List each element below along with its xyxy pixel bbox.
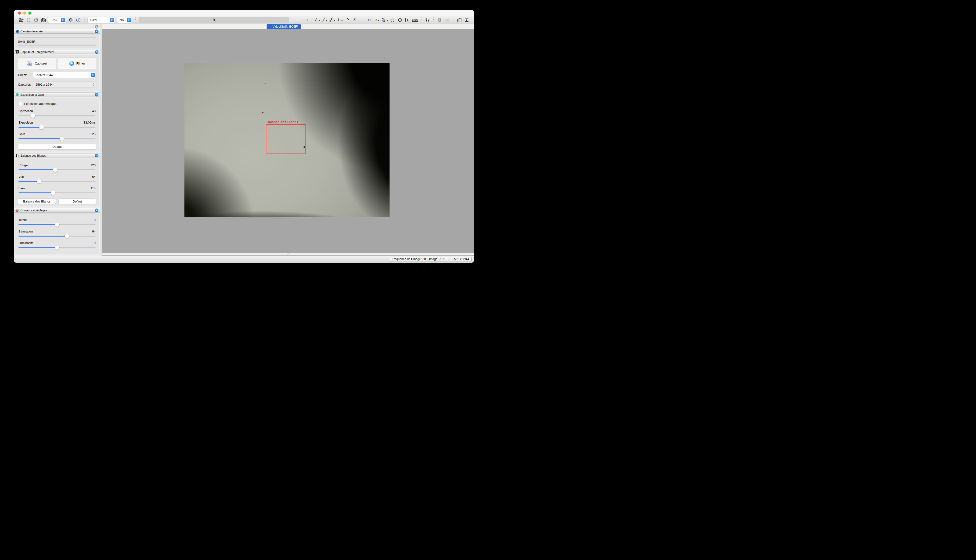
video-view-area: × Vidéo[Swift_EC5R] Balance des Blancs: [102, 24, 474, 255]
angle-tool-button[interactable]: ∠: [314, 17, 320, 23]
camera-list-panel: Swift_EC5R: [15, 35, 99, 48]
point-tool-button[interactable]: •: [295, 17, 301, 23]
vert-slider[interactable]: [18, 179, 95, 184]
arrow-tool-button[interactable]: ↑: [305, 17, 311, 23]
cursor-tool-button[interactable]: [139, 17, 289, 23]
stepper-icon: [61, 18, 65, 22]
record-video-button[interactable]: Filmer: [58, 58, 96, 69]
section-header-colors[interactable]: Couleurs et réglages: [14, 208, 100, 213]
live-video-frame[interactable]: Balance des Blancs: [184, 63, 389, 217]
rouge-slider[interactable]: [18, 167, 95, 172]
open-file-button[interactable]: [18, 17, 24, 23]
text-tool-button[interactable]: T: [404, 17, 410, 23]
scalebar-tool-button[interactable]: 10um: [412, 17, 418, 23]
teinte-slider[interactable]: [18, 222, 95, 227]
luminosite-slider[interactable]: [18, 245, 95, 250]
slider-thumb[interactable]: [60, 137, 64, 141]
collapse-sidebar-button[interactable]: [95, 25, 99, 28]
video-canvas[interactable]: Balance des Blancs: [102, 29, 474, 253]
dust-speck: [262, 112, 264, 113]
record-flash-button[interactable]: [33, 17, 39, 23]
exposition-slider[interactable]: [18, 125, 95, 130]
perpendicular-tool-button[interactable]: ⊥: [337, 17, 343, 23]
capture-button[interactable]: Capturer: [18, 58, 56, 69]
tab-strip: × Vidéo[Swift_EC5R]: [102, 24, 474, 29]
rectangle-tool-button[interactable]: □: [359, 17, 365, 23]
copy-image-button[interactable]: [456, 17, 462, 23]
toolbar-divider: [135, 18, 136, 22]
gain-slider[interactable]: [18, 136, 95, 141]
stepper-icon: [91, 73, 95, 77]
collapse-section-icon[interactable]: [95, 93, 99, 97]
correction-slider[interactable]: [18, 113, 95, 118]
slider-thumb[interactable]: [31, 113, 35, 118]
slider-thumb[interactable]: [65, 234, 69, 238]
section-header-camera[interactable]: Caméra détectée: [14, 29, 100, 33]
measurement-tools-button[interactable]: [424, 17, 430, 23]
collapse-section-icon[interactable]: [95, 208, 99, 212]
capture-camera-icon: [27, 61, 32, 66]
toolbar-divider: [453, 18, 453, 22]
collapse-section-icon[interactable]: [95, 154, 99, 157]
toolbar-divider: [433, 18, 434, 22]
unit-value: Pixel: [90, 18, 97, 22]
white-balance-button[interactable]: Balance des Blancs: [18, 199, 56, 204]
section-header-capture[interactable]: Capture et Enregistrement: [14, 50, 100, 54]
polygon-tool-button[interactable]: [397, 17, 403, 23]
white-balance-roi-rect[interactable]: Balance des Blancs: [266, 124, 306, 154]
layers-button[interactable]: [436, 17, 443, 23]
section-header-white-balance[interactable]: Balance des Blancs: [14, 153, 100, 158]
minimize-window-button[interactable]: [23, 12, 26, 15]
tab-video[interactable]: × Vidéo[Swift_EC5R]: [267, 24, 301, 29]
colors-panel: Teinte 0 Saturation 64 Luminosité: [15, 213, 99, 253]
sidebar-splitter[interactable]: [100, 24, 102, 255]
parallel-tool-button[interactable]: ╱╱: [329, 17, 335, 23]
curve-tool-button[interactable]: S: [352, 17, 358, 23]
zoom-level-select[interactable]: 33%: [48, 17, 66, 23]
bleu-slider[interactable]: [18, 190, 95, 195]
close-window-button[interactable]: [18, 12, 21, 15]
bottom-panel-toggle[interactable]: [102, 253, 474, 255]
circle-tool-button[interactable]: ○: [374, 17, 380, 23]
section-header-exposure[interactable]: Exposition et Gain: [14, 92, 100, 97]
resolution-status: 2592 x 1944: [450, 257, 472, 262]
info-button[interactable]: ⓘ: [75, 17, 81, 23]
capture-resolution-select[interactable]: 2592 x 1944: [33, 82, 96, 87]
csv-export-button[interactable]: CSV: [444, 17, 450, 23]
capture-panel: Capturer Filmer Direct: 2592 x 1944: [15, 55, 99, 90]
line-tool-button[interactable]: ╱: [322, 17, 328, 23]
app-window: 33% ⚙ ⓘ Pixel NA • ↑ ∠ ╱: [14, 10, 474, 263]
saturation-value: 64: [92, 230, 95, 233]
slider-thumb[interactable]: [55, 245, 59, 250]
slider-thumb[interactable]: [51, 191, 55, 195]
slider-thumb[interactable]: [37, 179, 41, 183]
settings-gear-button[interactable]: ⚙: [68, 17, 74, 23]
close-tab-icon[interactable]: ×: [269, 25, 271, 28]
export-image-button[interactable]: [464, 17, 470, 23]
slider-thumb[interactable]: [55, 222, 59, 227]
ellipse-tool-button[interactable]: ○: [366, 17, 373, 23]
auto-exposure-checkbox[interactable]: [18, 102, 22, 105]
exposure-default-button[interactable]: Défaut: [18, 144, 96, 149]
zoom-window-button[interactable]: [28, 12, 32, 15]
collapse-section-icon[interactable]: [95, 50, 99, 54]
record-save-button[interactable]: [25, 17, 32, 23]
white-balance-default-button[interactable]: Défaut: [58, 199, 96, 204]
magnification-select[interactable]: NA: [117, 17, 132, 23]
live-resolution-select[interactable]: 2592 x 1944: [33, 72, 96, 78]
slider-thumb[interactable]: [39, 125, 44, 129]
title-bar[interactable]: [14, 10, 474, 16]
linked-circles-tool-button[interactable]: [381, 17, 388, 23]
annulus-tool-button[interactable]: ◎: [389, 17, 396, 23]
toolbar-divider: [292, 18, 292, 22]
camera-control-sidebar: Caméra détectée Swift_EC5R Capture et En…: [14, 24, 100, 255]
camera-list-item[interactable]: Swift_EC5R: [18, 37, 96, 46]
luminosite-value: 0: [94, 241, 95, 245]
saturation-slider[interactable]: [18, 234, 95, 238]
collapse-section-icon[interactable]: [95, 30, 99, 33]
unit-select[interactable]: Pixel: [88, 17, 115, 23]
rouge-value: 120: [90, 163, 95, 167]
slider-thumb[interactable]: [53, 168, 57, 172]
arc-tool-button[interactable]: [344, 17, 350, 23]
camera-timer-button[interactable]: [40, 17, 46, 23]
